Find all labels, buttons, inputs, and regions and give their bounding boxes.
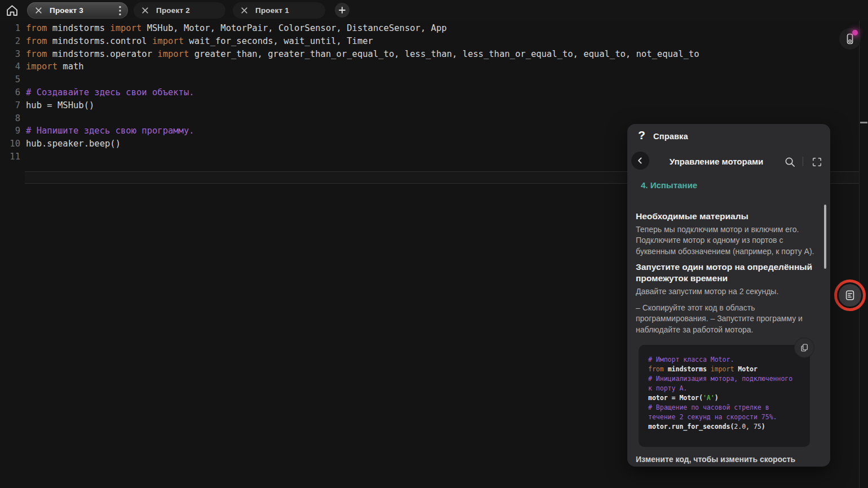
copy-icon bbox=[799, 343, 809, 353]
line-number: 7 bbox=[0, 99, 20, 112]
code-line: # Импорт класса Motor. bbox=[648, 355, 810, 365]
code-line[interactable]: 5 bbox=[0, 73, 699, 86]
code-line: motor = Motor('A') bbox=[648, 393, 810, 403]
line-number: 8 bbox=[0, 112, 20, 125]
tab-project-2[interactable]: Проект 2 bbox=[134, 2, 225, 19]
copy-code-button[interactable] bbox=[795, 338, 814, 357]
scrollbar-marker[interactable] bbox=[860, 122, 867, 123]
paragraph-copy-instructions: – Скопируйте этот код в область программ… bbox=[636, 303, 823, 335]
close-icon[interactable] bbox=[35, 7, 42, 14]
code-line: к порту A. bbox=[648, 384, 810, 393]
close-icon[interactable] bbox=[241, 7, 248, 14]
code-line: # Инициализация мотора, подключенного bbox=[648, 374, 810, 384]
close-icon[interactable] bbox=[141, 7, 149, 14]
back-button[interactable] bbox=[631, 152, 649, 170]
code-line[interactable]: 7hub = MSHub() bbox=[0, 99, 699, 112]
code-line[interactable]: 11 bbox=[0, 150, 699, 163]
fullscreen-icon bbox=[812, 157, 822, 167]
plus-icon bbox=[338, 6, 346, 14]
help-panel: ? Справка Управление моторами 4. Испытан… bbox=[627, 124, 830, 467]
back-chevron-icon bbox=[636, 156, 645, 165]
help-page-title: Управление моторами bbox=[650, 157, 783, 166]
code-line[interactable]: 4import math bbox=[0, 60, 699, 73]
code-lines: 1from mindstorms import MSHub, Motor, Mo… bbox=[0, 22, 699, 163]
line-number: 4 bbox=[0, 60, 20, 73]
code-line[interactable]: 10hub.speaker.beep() bbox=[0, 137, 699, 150]
code-line[interactable]: 6# Создавайте здесь свои объекты. bbox=[0, 86, 699, 99]
line-number: 9 bbox=[0, 125, 20, 137]
header-divider bbox=[803, 157, 803, 166]
line-number: 1 bbox=[0, 22, 20, 35]
line-number: 3 bbox=[0, 48, 20, 61]
code-line[interactable]: 2from mindstorms.control import wait_for… bbox=[0, 35, 699, 48]
editor-scrollbar-track bbox=[859, 21, 860, 488]
home-button[interactable] bbox=[5, 3, 20, 18]
code-line[interactable]: 1from mindstorms import MSHub, Motor, Mo… bbox=[0, 22, 699, 35]
tab-label: Проект 1 bbox=[255, 6, 289, 15]
line-number: 6 bbox=[0, 86, 20, 99]
new-project-button[interactable] bbox=[335, 3, 349, 17]
code-line[interactable]: 3from mindstorms.operator import greater… bbox=[0, 48, 699, 61]
code-line: # Вращение по часовой стрелке в bbox=[648, 403, 810, 412]
paragraph-modify-code-partial: Измените код, чтобы изменить скорость мо… bbox=[636, 454, 822, 467]
home-icon bbox=[5, 3, 20, 18]
help-panel-title: Справка bbox=[653, 132, 688, 141]
code-line[interactable]: 8 bbox=[0, 112, 699, 125]
knowledge-base-button[interactable] bbox=[839, 284, 861, 307]
document-list-icon bbox=[844, 289, 856, 301]
tab-label: Проект 3 bbox=[50, 6, 83, 15]
paragraph-materials: Теперь мы подключим мотор и включим его.… bbox=[636, 224, 821, 257]
tab-project-3[interactable]: Проект 3 bbox=[27, 2, 128, 19]
code-line: from mindstorms import Motor bbox=[648, 365, 810, 374]
search-icon bbox=[784, 156, 796, 168]
notification-dot bbox=[852, 30, 858, 36]
line-number: 11 bbox=[0, 150, 20, 163]
code-snippet-block[interactable]: # Импорт класса Motor.from mindstorms im… bbox=[639, 345, 810, 447]
heading-run-motor: Запустите один мотор на определённый про… bbox=[636, 261, 816, 283]
question-mark-icon: ? bbox=[638, 128, 645, 142]
tab-label: Проект 2 bbox=[156, 6, 190, 15]
code-line[interactable]: 9# Напишите здесь свою программу. bbox=[0, 125, 699, 137]
paragraph-run: Давайте запустим мотор на 2 секунды. bbox=[636, 286, 822, 297]
code-line: течение 2 секунд на скорости 75%. bbox=[648, 412, 810, 422]
section-link-trial[interactable]: 4. Испытание bbox=[641, 180, 697, 190]
kebab-menu-icon[interactable] bbox=[111, 6, 121, 16]
search-button[interactable] bbox=[782, 154, 797, 169]
tab-bar: Проект 3 Проект 2 Проект 1 bbox=[0, 0, 868, 21]
line-number: 2 bbox=[0, 35, 20, 48]
fullscreen-button[interactable] bbox=[809, 154, 824, 169]
line-number: 10 bbox=[0, 137, 20, 150]
code-line: motor.run_for_seconds(2.0, 75) bbox=[648, 422, 810, 432]
panel-scrollbar-thumb[interactable] bbox=[824, 205, 826, 269]
heading-required-materials: Необходимые материалы bbox=[636, 211, 749, 222]
line-number: 5 bbox=[0, 73, 20, 86]
tab-project-1[interactable]: Проект 1 bbox=[233, 2, 325, 19]
